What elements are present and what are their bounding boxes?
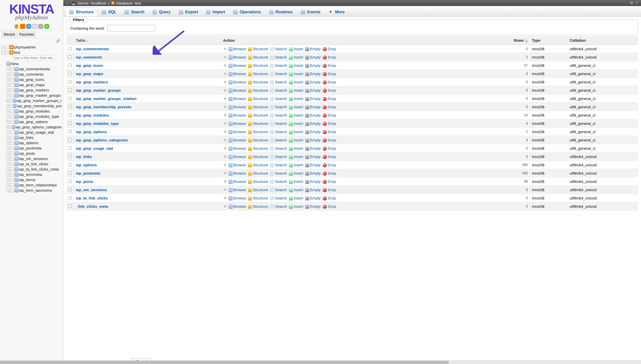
browse-action[interactable]: Browse	[229, 80, 246, 84]
favorite-star-icon[interactable]: ★	[223, 195, 227, 200]
empty-action[interactable]: Empty	[305, 121, 321, 126]
table-name-link[interactable]: wp_posts	[76, 179, 93, 184]
insert-action[interactable]: Insert	[289, 105, 303, 109]
drop-action[interactable]: Drop	[323, 96, 336, 101]
favorite-star-icon[interactable]: ★	[223, 162, 227, 167]
empty-action[interactable]: Empty	[305, 113, 321, 117]
empty-action[interactable]: Empty	[305, 204, 321, 209]
table-name-link[interactable]: wp_gmp_membership_presets	[76, 105, 131, 109]
structure-action[interactable]: Structure	[248, 188, 268, 192]
table-name-link[interactable]: wp_postmeta	[76, 171, 100, 175]
insert-action[interactable]: Insert	[289, 196, 303, 200]
help-icon[interactable]	[26, 24, 31, 29]
table-name-link[interactable]: wp_gmp_markers	[76, 80, 108, 84]
table-name-link[interactable]: wp_gmp_maps	[76, 72, 103, 76]
row-checkbox[interactable]	[68, 188, 72, 191]
search-action[interactable]: Search	[270, 55, 287, 59]
structure-action[interactable]: Structure	[248, 138, 268, 142]
browse-action[interactable]: Browse	[229, 163, 246, 167]
insert-action[interactable]: Insert	[289, 188, 303, 192]
favorite-star-icon[interactable]: ★	[223, 154, 227, 159]
insert-action[interactable]: Insert	[289, 121, 303, 126]
search-action[interactable]: Search	[270, 154, 287, 159]
recent-tab[interactable]: Recent	[2, 32, 17, 37]
tree-table[interactable]: +−wp_gmp_options	[0, 119, 63, 124]
tab-routines[interactable]: Routines	[265, 8, 296, 16]
structure-action[interactable]: Structure	[248, 63, 268, 68]
search-action[interactable]: Search	[270, 96, 287, 101]
tab-events[interactable]: Events	[297, 8, 324, 16]
insert-action[interactable]: Insert	[289, 171, 303, 175]
drop-action[interactable]: Drop	[323, 47, 336, 51]
table-name-link[interactable]: wp_gmp_marker_groups	[76, 88, 121, 92]
row-checkbox[interactable]	[68, 163, 72, 166]
row-checkbox[interactable]	[68, 204, 72, 208]
row-checkbox[interactable]	[68, 130, 72, 133]
row-checkbox[interactable]	[68, 88, 72, 92]
insert-action[interactable]: Insert	[289, 138, 303, 142]
home-icon[interactable]	[14, 24, 19, 29]
row-checkbox[interactable]	[68, 146, 72, 150]
insert-action[interactable]: Insert	[289, 63, 303, 68]
browse-action[interactable]: Browse	[229, 96, 246, 101]
tab-export[interactable]: Export	[175, 8, 202, 16]
browse-action[interactable]: Browse	[229, 130, 246, 134]
favorite-star-icon[interactable]: ★	[223, 113, 227, 118]
table-name-link[interactable]: wp_sm_sessions	[76, 188, 107, 192]
structure-action[interactable]: Structure	[248, 204, 268, 209]
row-checkbox[interactable]	[68, 97, 72, 100]
server-link[interactable]: localhost	[91, 1, 106, 5]
empty-action[interactable]: Empty	[305, 130, 321, 134]
database-link[interactable]: test	[135, 1, 141, 5]
insert-action[interactable]: Insert	[289, 72, 303, 76]
structure-action[interactable]: Structure	[248, 179, 268, 184]
insert-action[interactable]: Insert	[289, 80, 303, 84]
tree-table[interactable]: +−wp_commentmeta	[0, 66, 63, 72]
insert-action[interactable]: Insert	[289, 113, 303, 117]
structure-action[interactable]: Structure	[248, 105, 268, 109]
empty-action[interactable]: Empty	[305, 138, 321, 142]
favorite-star-icon[interactable]: ★	[223, 204, 227, 209]
tree-table[interactable]: +−wp_options	[0, 140, 63, 145]
gear-icon[interactable]: ⚙	[630, 1, 633, 5]
drop-action[interactable]: Drop	[323, 188, 336, 192]
nav-toggle-icon[interactable]: ←	[66, 1, 70, 5]
row-checkbox[interactable]	[68, 122, 72, 125]
drop-action[interactable]: Drop	[323, 105, 336, 109]
drop-action[interactable]: Drop	[323, 204, 336, 209]
insert-action[interactable]: Insert	[289, 47, 303, 51]
drop-action[interactable]: Drop	[323, 88, 336, 92]
tree-table[interactable]: +−wp_posts	[0, 151, 63, 156]
col-collation-header[interactable]: Collation	[568, 36, 638, 45]
search-action[interactable]: Search	[270, 105, 287, 109]
tree-table[interactable]: +−wp_ta_link_clicks	[0, 161, 63, 167]
reload-icon[interactable]	[44, 24, 49, 29]
tree-table[interactable]: +−wp_term_relationships	[0, 182, 63, 188]
row-checkbox[interactable]	[68, 180, 72, 183]
empty-action[interactable]: Empty	[305, 179, 321, 184]
favorite-star-icon[interactable]: ★	[223, 179, 227, 184]
row-checkbox[interactable]	[68, 47, 72, 50]
insert-action[interactable]: Insert	[289, 88, 303, 92]
table-name-link[interactable]: wp_links	[76, 154, 92, 159]
favorite-star-icon[interactable]: ★	[223, 88, 227, 93]
row-checkbox[interactable]	[68, 64, 72, 67]
table-name-link[interactable]: _link_clicks_meta	[76, 204, 108, 209]
browse-action[interactable]: Browse	[229, 171, 246, 175]
structure-action[interactable]: Structure	[248, 196, 268, 200]
insert-action[interactable]: Insert	[289, 96, 303, 101]
drop-action[interactable]: Drop	[323, 130, 336, 134]
search-action[interactable]: Search	[270, 204, 287, 209]
tree-new[interactable]: New	[0, 61, 63, 66]
row-checkbox[interactable]	[68, 113, 72, 117]
drop-action[interactable]: Drop	[323, 55, 336, 59]
structure-action[interactable]: Structure	[248, 80, 268, 84]
favorite-star-icon[interactable]: ★	[223, 55, 227, 60]
table-name-link[interactable]: wp_commentmeta	[76, 47, 109, 51]
table-name-link[interactable]: wp_gmp_marker_groups_relation	[76, 96, 137, 101]
empty-action[interactable]: Empty	[305, 188, 321, 192]
table-name-link[interactable]: wp_gmp_options	[76, 130, 107, 134]
empty-action[interactable]: Empty	[305, 163, 321, 167]
table-name-link[interactable]: wp_gmp_icons	[76, 63, 103, 68]
tree-table[interactable]: +−wp_gmp_icons	[0, 77, 63, 82]
